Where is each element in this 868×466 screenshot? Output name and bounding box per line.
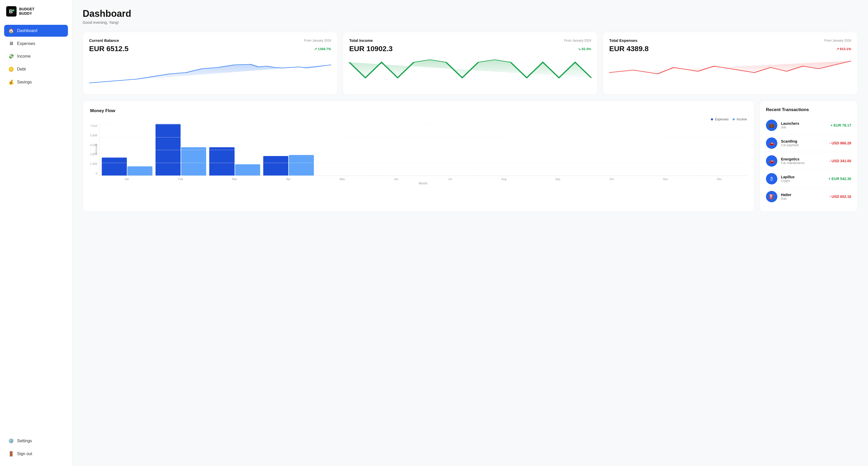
y-axis-title: Amount — [94, 144, 97, 154]
income-card-header: Total Income From January 2024 — [349, 38, 591, 42]
transaction-icon: 🚗 — [766, 137, 777, 149]
income-icon: 💸 — [8, 54, 14, 59]
svg-point-2 — [12, 9, 14, 11]
x-axis-label: Sep — [532, 178, 583, 181]
signout-label: Sign out — [17, 452, 32, 456]
bar-income — [235, 164, 260, 176]
sidebar-item-dashboard[interactable]: 🏠 Dashboard — [4, 25, 68, 37]
transaction-name: Lapillus — [781, 175, 825, 179]
legend-income: Income — [733, 118, 747, 121]
bar-group — [102, 158, 152, 176]
y-axis-label: 0 — [96, 172, 97, 175]
logo-text: BUDGET BUDDY — [19, 7, 34, 16]
bar-expenses — [156, 124, 181, 176]
balance-value: EUR 6512.5 — [89, 45, 129, 53]
transaction-amount: + EUR 78.17 — [830, 123, 851, 127]
transaction-icon: ⛽ — [766, 191, 777, 202]
x-axis-label: Dec — [694, 178, 745, 181]
expenses-card-header: Total Expenses From January 2024 — [609, 38, 851, 42]
transaction-name: Launchers — [781, 121, 827, 126]
income-badge: ↘ 82.4% — [578, 47, 591, 51]
income-label: Total Income — [349, 38, 373, 42]
settings-icon: ⚙️ — [8, 438, 14, 444]
transaction-category: Gas — [781, 197, 826, 200]
balance-from: From January 2024 — [304, 39, 331, 42]
sidebar-item-expenses[interactable]: 🖥 Expenses — [4, 38, 68, 49]
balance-badge: ↗ 1368.7% — [314, 47, 331, 51]
sidebar: B BUDGET BUDDY 🏠 Dashboard 🖥 Expenses 💸 … — [0, 0, 72, 466]
x-axis-label: Aug — [478, 178, 529, 181]
transaction-info: Launchers Job — [781, 121, 827, 129]
balance-chart — [89, 57, 331, 88]
bar-group — [209, 147, 260, 176]
balance-card-header: Current Balance From January 2024 — [89, 38, 331, 42]
bar-chart-wrapper: 7,0105,6084,2062,8041,4020 Amount — [90, 124, 747, 185]
expenses-badge: ↗ 813.1% — [836, 47, 851, 51]
dashboard-icon: 🏠 — [8, 28, 14, 34]
money-flow-title: Money Flow — [90, 108, 747, 114]
x-labels: JanFebMarAprMayJunJulAugSepOctNovDec — [99, 176, 747, 181]
sidebar-item-settings[interactable]: ⚙️ Settings — [4, 435, 68, 447]
transaction-category: Crypto — [781, 179, 825, 183]
balance-badge-arrow: ↗ — [314, 47, 317, 51]
expenses-icon: 🖥 — [8, 41, 14, 46]
x-axis-label: Jan — [101, 178, 152, 181]
transaction-icon: ₿ — [766, 173, 777, 184]
transaction-info: Scantling Car payment — [781, 139, 826, 147]
income-value: EUR 10902.3 — [349, 45, 393, 53]
transaction-name: Scantling — [781, 139, 826, 143]
bar-expenses — [102, 158, 127, 176]
bar-expenses — [209, 147, 234, 176]
income-badge-arrow: ↘ — [578, 47, 581, 51]
transaction-category: Job — [781, 126, 827, 129]
sidebar-item-signout[interactable]: 🚪 Sign out — [4, 448, 68, 460]
legend-expenses: Expenses — [711, 118, 728, 121]
y-axis-label: 5,608 — [90, 134, 97, 137]
main-content: Dashboard Good evening, Yang! Current Ba… — [72, 0, 868, 466]
expenses-label: Total Expenses — [609, 38, 637, 42]
transaction-info: Lapillus Crypto — [781, 175, 825, 183]
bar-group — [263, 155, 314, 176]
income-from: From January 2024 — [564, 39, 591, 42]
expenses-from: From January 2024 — [824, 39, 851, 42]
bar-income — [289, 155, 314, 176]
transaction-info: Hatter Gas — [781, 193, 826, 200]
sidebar-item-savings[interactable]: 💰 Savings — [4, 76, 68, 88]
x-axis-label: Nov — [640, 178, 691, 181]
debt-icon: 🪙 — [8, 66, 14, 72]
transactions-list: 💼 Launchers Job + EUR 78.17 🚗 Scantling … — [766, 117, 851, 205]
legend-dot-income — [733, 118, 735, 120]
savings-label: Savings — [17, 80, 32, 85]
sidebar-item-income[interactable]: 💸 Income — [4, 50, 68, 62]
settings-label: Settings — [17, 439, 32, 443]
x-axis-label: Jun — [371, 178, 422, 181]
x-axis-label: Feb — [155, 178, 206, 181]
transaction-amount: + EUR 542.30 — [829, 177, 851, 181]
x-axis-label: May — [317, 178, 368, 181]
bar-group — [156, 124, 206, 176]
expenses-badge-arrow: ↗ — [836, 47, 839, 51]
transaction-name: Energetics — [781, 157, 826, 161]
transaction-item: 💼 Launchers Job + EUR 78.17 — [766, 117, 851, 134]
expenses-value-row: EUR 4389.8 ↗ 813.1% — [609, 45, 851, 53]
x-axis-label: Oct — [586, 178, 637, 181]
expenses-card: Total Expenses From January 2024 EUR 438… — [603, 32, 858, 95]
balance-label: Current Balance — [89, 38, 119, 42]
expenses-chart — [609, 57, 851, 88]
sidebar-item-debt[interactable]: 🪙 Debt — [4, 63, 68, 75]
transaction-item: 🚗 Energetics Car maintenance - USD 341.0… — [766, 152, 851, 170]
transaction-amount: - USD 652.16 — [829, 194, 851, 199]
debt-label: Debt — [17, 67, 26, 71]
income-label: Income — [17, 54, 30, 59]
bottom-section: Money Flow Expenses Income 7,0105,6084,2… — [83, 101, 858, 212]
nav-bottom: ⚙️ Settings 🚪 Sign out — [4, 435, 68, 460]
bar-chart-legend: Expenses Income — [90, 118, 747, 121]
savings-icon: 💰 — [8, 79, 14, 85]
transaction-category: Car maintenance — [781, 161, 826, 165]
income-card: Total Income From January 2024 EUR 10902… — [343, 32, 598, 95]
balance-value-row: EUR 6512.5 ↗ 1368.7% — [89, 45, 331, 53]
transaction-amount: - USD 341.00 — [829, 159, 851, 163]
x-axis-label: Mar — [209, 178, 260, 181]
balance-card: Current Balance From January 2024 EUR 65… — [83, 32, 338, 95]
transaction-info: Energetics Car maintenance — [781, 157, 826, 165]
